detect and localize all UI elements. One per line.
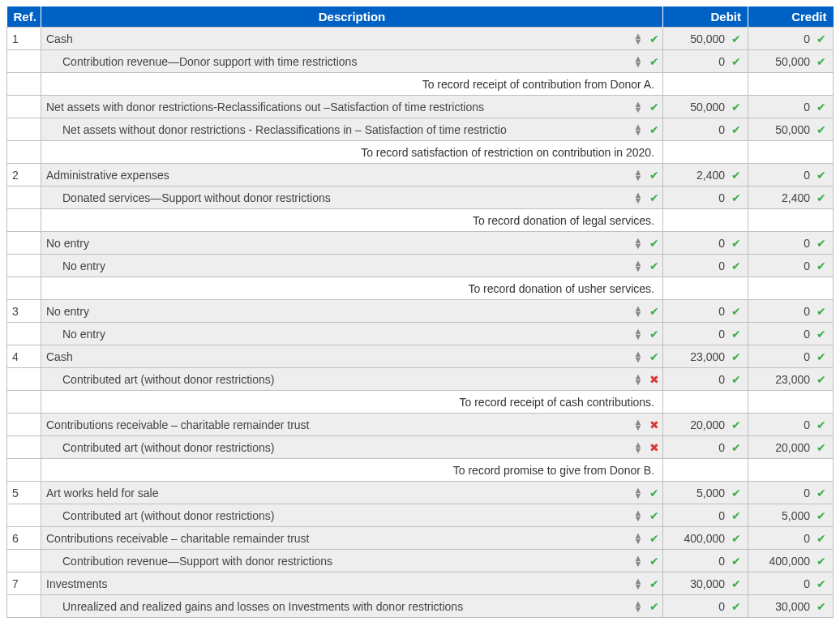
debit-cell[interactable]: 400,000✔ bbox=[663, 527, 748, 550]
credit-cell[interactable]: 0✔ bbox=[748, 96, 834, 118]
description-cell[interactable]: No entry▲▼✔ bbox=[41, 300, 663, 323]
description-cell[interactable]: Contribution revenue—Donor support with … bbox=[41, 50, 663, 73]
sort-icon[interactable]: ▲▼ bbox=[630, 260, 646, 272]
credit-cell[interactable]: 2,400✔ bbox=[748, 187, 834, 209]
correct-icon: ✔ bbox=[646, 555, 662, 568]
credit-cell[interactable]: 0✔ bbox=[748, 232, 834, 255]
debit-cell[interactable]: 0✔ bbox=[663, 323, 748, 345]
sort-icon[interactable]: ▲▼ bbox=[630, 510, 646, 521]
entry-row: No entry▲▼✔0✔0✔ bbox=[7, 323, 834, 345]
description-cell[interactable]: Contributed art (without donor restricti… bbox=[41, 504, 663, 527]
debit-cell[interactable]: 0✔ bbox=[663, 232, 748, 255]
description-cell[interactable]: Donated services—Support without donor r… bbox=[41, 187, 663, 209]
debit-cell[interactable]: 20,000✔ bbox=[663, 414, 748, 436]
description-cell[interactable]: No entry▲▼✔ bbox=[41, 323, 663, 345]
credit-cell[interactable]: 0✔ bbox=[748, 164, 834, 187]
credit-cell[interactable]: 0✔ bbox=[748, 323, 834, 345]
debit-cell[interactable]: 0✔ bbox=[663, 118, 748, 141]
debit-cell[interactable]: 0✔ bbox=[663, 50, 748, 73]
description-cell[interactable]: Contributed art (without donor restricti… bbox=[41, 436, 663, 459]
sort-icon[interactable]: ▲▼ bbox=[630, 578, 646, 590]
credit-cell[interactable]: 20,000✔ bbox=[748, 436, 834, 459]
description-text: Contributed art (without donor restricti… bbox=[41, 507, 630, 525]
debit-cell[interactable]: 0✔ bbox=[663, 368, 748, 391]
description-cell[interactable]: Investments▲▼✔ bbox=[41, 572, 663, 595]
debit-cell bbox=[663, 277, 748, 300]
correct-icon: ✔ bbox=[813, 169, 829, 182]
correct-icon: ✔ bbox=[728, 169, 744, 182]
credit-cell[interactable]: 50,000✔ bbox=[748, 50, 834, 73]
sort-icon[interactable]: ▲▼ bbox=[630, 306, 646, 317]
description-text: Donated services—Support without donor r… bbox=[41, 189, 630, 207]
correct-icon: ✔ bbox=[813, 191, 829, 204]
debit-cell[interactable]: 0✔ bbox=[663, 595, 748, 618]
credit-cell[interactable]: 30,000✔ bbox=[748, 595, 834, 618]
credit-cell[interactable]: 0✔ bbox=[748, 300, 834, 323]
debit-cell[interactable]: 0✔ bbox=[663, 436, 748, 459]
sort-icon[interactable]: ▲▼ bbox=[630, 419, 646, 431]
sort-icon[interactable]: ▲▼ bbox=[630, 101, 646, 113]
debit-value: 0 bbox=[718, 328, 728, 341]
sort-icon[interactable]: ▲▼ bbox=[630, 192, 646, 204]
correct-icon: ✔ bbox=[813, 577, 829, 590]
debit-cell[interactable]: 50,000✔ bbox=[663, 96, 748, 118]
debit-cell[interactable]: 0✔ bbox=[663, 187, 748, 209]
debit-cell[interactable]: 30,000✔ bbox=[663, 572, 748, 595]
debit-cell[interactable]: 50,000✔ bbox=[663, 28, 748, 50]
sort-icon[interactable]: ▲▼ bbox=[630, 328, 646, 340]
sort-icon[interactable]: ▲▼ bbox=[630, 601, 646, 612]
debit-cell bbox=[663, 73, 748, 96]
credit-cell[interactable]: 0✔ bbox=[748, 414, 834, 436]
sort-icon[interactable]: ▲▼ bbox=[630, 169, 646, 181]
credit-cell[interactable]: 23,000✔ bbox=[748, 368, 834, 391]
description-cell[interactable]: Contributions receivable – charitable re… bbox=[41, 414, 663, 436]
debit-cell[interactable]: 5,000✔ bbox=[663, 482, 748, 504]
table-header-row: Ref. Description Debit Credit bbox=[7, 6, 834, 28]
sort-icon[interactable]: ▲▼ bbox=[630, 533, 646, 544]
sort-icon[interactable]: ▲▼ bbox=[630, 33, 646, 45]
incorrect-icon: ✖ bbox=[646, 418, 662, 431]
description-cell[interactable]: Art works held for sale▲▼✔ bbox=[41, 482, 663, 504]
entry-row: Contributed art (without donor restricti… bbox=[7, 504, 834, 527]
debit-value: 30,000 bbox=[690, 577, 728, 590]
sort-icon[interactable]: ▲▼ bbox=[630, 487, 646, 499]
description-cell[interactable]: Unrealized and realized gains and losses… bbox=[41, 595, 663, 618]
description-cell[interactable]: No entry▲▼✔ bbox=[41, 232, 663, 255]
credit-cell[interactable]: 0✔ bbox=[748, 572, 834, 595]
description-cell[interactable]: Net assets with donor restrictions-Recla… bbox=[41, 96, 663, 118]
description-cell[interactable]: Cash▲▼✔ bbox=[41, 345, 663, 368]
sort-icon[interactable]: ▲▼ bbox=[630, 374, 646, 385]
credit-cell[interactable]: 0✔ bbox=[748, 527, 834, 550]
sort-icon[interactable]: ▲▼ bbox=[630, 442, 646, 453]
description-cell[interactable]: No entry▲▼✔ bbox=[41, 255, 663, 277]
description-cell[interactable]: Contribution revenue—Support with donor … bbox=[41, 550, 663, 572]
description-cell[interactable]: Administrative expenses▲▼✔ bbox=[41, 164, 663, 187]
sort-icon[interactable]: ▲▼ bbox=[630, 555, 646, 567]
credit-cell[interactable]: 0✔ bbox=[748, 255, 834, 277]
ref-cell bbox=[7, 187, 41, 209]
description-cell[interactable]: Contributions receivable – charitable re… bbox=[41, 527, 663, 550]
correct-icon: ✔ bbox=[728, 123, 744, 136]
debit-cell[interactable]: 0✔ bbox=[663, 504, 748, 527]
debit-cell bbox=[663, 459, 748, 482]
ref-cell bbox=[7, 595, 41, 618]
description-cell[interactable]: Net assets without donor restrictions - … bbox=[41, 118, 663, 141]
debit-cell[interactable]: 0✔ bbox=[663, 300, 748, 323]
debit-cell[interactable]: 0✔ bbox=[663, 255, 748, 277]
debit-cell[interactable]: 0✔ bbox=[663, 550, 748, 572]
credit-cell[interactable]: 50,000✔ bbox=[748, 118, 834, 141]
description-cell[interactable]: Contributed art (without donor restricti… bbox=[41, 368, 663, 391]
sort-icon[interactable]: ▲▼ bbox=[630, 238, 646, 249]
credit-cell[interactable]: 5,000✔ bbox=[748, 504, 834, 527]
debit-cell[interactable]: 2,400✔ bbox=[663, 164, 748, 187]
debit-cell[interactable]: 23,000✔ bbox=[663, 345, 748, 368]
credit-cell[interactable]: 400,000✔ bbox=[748, 550, 834, 572]
sort-icon[interactable]: ▲▼ bbox=[630, 56, 646, 67]
credit-cell[interactable]: 0✔ bbox=[748, 482, 834, 504]
credit-cell[interactable]: 0✔ bbox=[748, 28, 834, 50]
sort-icon[interactable]: ▲▼ bbox=[630, 351, 646, 362]
description-cell[interactable]: Cash▲▼✔ bbox=[41, 28, 663, 50]
sort-icon[interactable]: ▲▼ bbox=[630, 124, 646, 135]
credit-cell[interactable]: 0✔ bbox=[748, 345, 834, 368]
correct-icon: ✔ bbox=[813, 532, 829, 545]
